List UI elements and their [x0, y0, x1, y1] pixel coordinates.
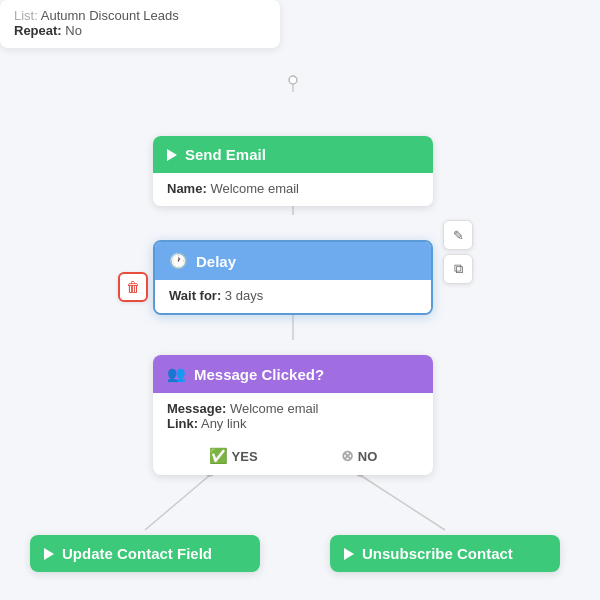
- trash-icon: 🗑: [126, 279, 140, 295]
- svg-line-6: [145, 475, 210, 530]
- svg-line-8: [360, 475, 445, 530]
- yes-label: YES: [232, 449, 258, 464]
- yes-no-row: ✅ YES ⊗ NO: [153, 441, 433, 475]
- message-clicked-node: 👥 Message Clicked? Message: Welcome emai…: [153, 355, 433, 475]
- play-icon-update: [44, 548, 54, 560]
- msg-value: Welcome email: [230, 401, 319, 416]
- name-value: Welcome email: [210, 181, 299, 196]
- wait-value: 3 days: [225, 288, 263, 303]
- unsubscribe-contact-node: Unsubscribe Contact: [330, 535, 560, 572]
- delay-header: 🕐 Delay: [155, 242, 431, 280]
- delay-label: Delay: [196, 253, 236, 270]
- update-contact-label: Update Contact Field: [62, 545, 212, 562]
- trigger-node: List: Autumn Discount Leads Repeat: No: [0, 0, 280, 48]
- clock-icon: 🕐: [169, 252, 188, 270]
- link-value: Any link: [201, 416, 247, 431]
- send-email-header: Send Email: [153, 136, 433, 173]
- wait-label: Wait for:: [169, 288, 221, 303]
- msg-label: Message:: [167, 401, 226, 416]
- repeat-label: Repeat:: [14, 23, 62, 38]
- copy-icon: ⧉: [454, 261, 463, 277]
- list-value: Autumn Discount Leads: [41, 8, 179, 23]
- send-email-node: Send Email Name: Welcome email: [153, 136, 433, 206]
- delay-body: Wait for: 3 days: [155, 280, 431, 313]
- check-circle-icon: ✅: [209, 447, 228, 465]
- unsubscribe-contact-label: Unsubscribe Contact: [362, 545, 513, 562]
- update-contact-node: Update Contact Field: [30, 535, 260, 572]
- no-label: NO: [358, 449, 378, 464]
- send-email-label: Send Email: [185, 146, 266, 163]
- delay-node: 🕐 Delay Wait for: 3 days: [153, 240, 433, 315]
- play-icon-unsub: [344, 548, 354, 560]
- copy-button[interactable]: ⧉: [443, 254, 473, 284]
- yes-option: ✅ YES: [209, 447, 258, 465]
- no-option: ⊗ NO: [341, 447, 378, 465]
- delay-action-buttons: ✎ ⧉: [443, 220, 473, 284]
- link-label: Link:: [167, 416, 198, 431]
- svg-point-1: [289, 76, 297, 84]
- edit-button[interactable]: ✎: [443, 220, 473, 250]
- unsubscribe-contact-header: Unsubscribe Contact: [330, 535, 560, 572]
- edit-icon: ✎: [453, 228, 464, 243]
- message-clicked-label: Message Clicked?: [194, 366, 324, 383]
- message-clicked-header: 👥 Message Clicked?: [153, 355, 433, 393]
- send-email-body: Name: Welcome email: [153, 173, 433, 206]
- delete-button[interactable]: 🗑: [118, 272, 148, 302]
- play-icon: [167, 149, 177, 161]
- x-circle-icon: ⊗: [341, 447, 354, 465]
- repeat-value: No: [65, 23, 82, 38]
- message-clicked-body: Message: Welcome email Link: Any link: [153, 393, 433, 441]
- people-icon: 👥: [167, 365, 186, 383]
- name-label: Name:: [167, 181, 207, 196]
- list-label: List:: [14, 8, 38, 23]
- update-contact-header: Update Contact Field: [30, 535, 260, 572]
